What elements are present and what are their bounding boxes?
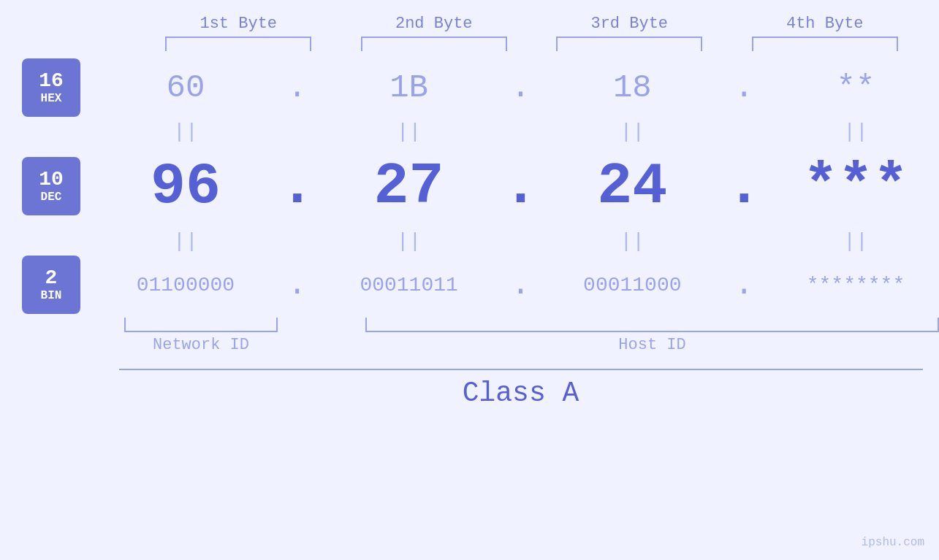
bracket-gap xyxy=(278,318,365,332)
eq1-3: || xyxy=(559,120,705,143)
bin-val-1: 01100000 xyxy=(113,274,259,296)
class-a-label: Class A xyxy=(463,377,579,409)
class-label-row: Class A xyxy=(119,377,923,409)
byte-label-1: 1st Byte xyxy=(151,15,326,33)
bracket-2 xyxy=(361,37,507,51)
class-section: Class A xyxy=(119,369,923,409)
bin-row: 2 BIN 01100000 . 00011011 . 00011000 . *… xyxy=(0,256,939,314)
eq1-values: || || || || xyxy=(102,120,939,143)
dec-values: 96 . 27 . 24 . *** xyxy=(102,153,939,220)
top-brackets xyxy=(119,37,923,51)
dec-row: 10 DEC 96 . 27 . 24 . *** xyxy=(0,146,939,226)
bracket-host xyxy=(365,318,939,332)
dec-val-4: *** xyxy=(783,153,929,220)
eq2-1: || xyxy=(113,230,259,253)
bin-dot-1: . xyxy=(279,266,316,303)
byte-label-4: 4th Byte xyxy=(737,15,913,33)
eq2-4: || xyxy=(783,230,929,253)
bottom-brackets xyxy=(102,318,939,332)
bin-val-2: 00011011 xyxy=(336,274,482,296)
dec-badge-area: 10 DEC xyxy=(0,157,102,215)
bin-dot-3: . xyxy=(726,266,762,303)
bracket-3 xyxy=(556,37,702,51)
dec-val-3: 24 xyxy=(559,153,705,220)
hex-dot-1: . xyxy=(279,69,316,106)
eq2-2: || xyxy=(336,230,482,253)
host-id-label: Host ID xyxy=(365,336,939,354)
dec-val-1: 96 xyxy=(113,153,259,220)
dec-dot-2: . xyxy=(502,153,539,220)
equals-row-2: || || || || xyxy=(0,226,939,256)
hex-number: 16 xyxy=(39,70,64,93)
byte-label-3: 3rd Byte xyxy=(541,15,717,33)
dec-dot-3: . xyxy=(726,153,762,220)
class-line xyxy=(119,369,923,370)
hex-values: 60 . 1B . 18 . ** xyxy=(102,69,939,106)
hex-val-4: ** xyxy=(783,69,929,106)
main-container: 1st Byte 2nd Byte 3rd Byte 4th Byte 16 H… xyxy=(0,0,939,560)
bin-val-4: ******** xyxy=(783,274,929,296)
dec-number: 10 xyxy=(39,169,64,191)
eq2-3: || xyxy=(559,230,705,253)
bracket-network xyxy=(124,318,278,332)
bracket-4 xyxy=(752,37,898,51)
dec-badge: 10 DEC xyxy=(22,157,80,215)
dec-val-2: 27 xyxy=(336,153,482,220)
section-gap xyxy=(278,336,365,354)
bin-val-3: 00011000 xyxy=(559,274,705,296)
eq1-4: || xyxy=(783,120,929,143)
eq1-2: || xyxy=(336,120,482,143)
watermark: ipshu.com xyxy=(862,536,924,549)
hex-base-label: HEX xyxy=(41,92,62,105)
dec-base-label: DEC xyxy=(41,191,62,204)
bin-values: 01100000 . 00011011 . 00011000 . *******… xyxy=(102,266,939,303)
hex-row: 16 HEX 60 . 1B . 18 . ** xyxy=(0,58,939,117)
bin-badge: 2 BIN xyxy=(22,256,80,314)
hex-val-3: 18 xyxy=(559,69,705,106)
network-id-label: Network ID xyxy=(124,336,278,354)
byte-labels-row: 1st Byte 2nd Byte 3rd Byte 4th Byte xyxy=(119,15,923,33)
byte-label-2: 2nd Byte xyxy=(346,15,522,33)
hex-dot-3: . xyxy=(726,69,762,106)
bracket-1 xyxy=(165,37,311,51)
bin-badge-area: 2 BIN xyxy=(0,256,102,314)
hex-badge-area: 16 HEX xyxy=(0,58,102,117)
section-labels: Network ID Host ID xyxy=(102,336,939,354)
bin-number: 2 xyxy=(45,267,58,290)
hex-val-2: 1B xyxy=(336,69,482,106)
hex-badge: 16 HEX xyxy=(22,58,80,117)
hex-val-1: 60 xyxy=(113,69,259,106)
bin-base-label: BIN xyxy=(41,289,62,302)
bin-dot-2: . xyxy=(502,266,539,303)
eq1-1: || xyxy=(113,120,259,143)
equals-row-1: || || || || xyxy=(0,117,939,146)
dec-dot-1: . xyxy=(279,153,316,220)
eq2-values: || || || || xyxy=(102,230,939,253)
hex-dot-2: . xyxy=(502,69,539,106)
